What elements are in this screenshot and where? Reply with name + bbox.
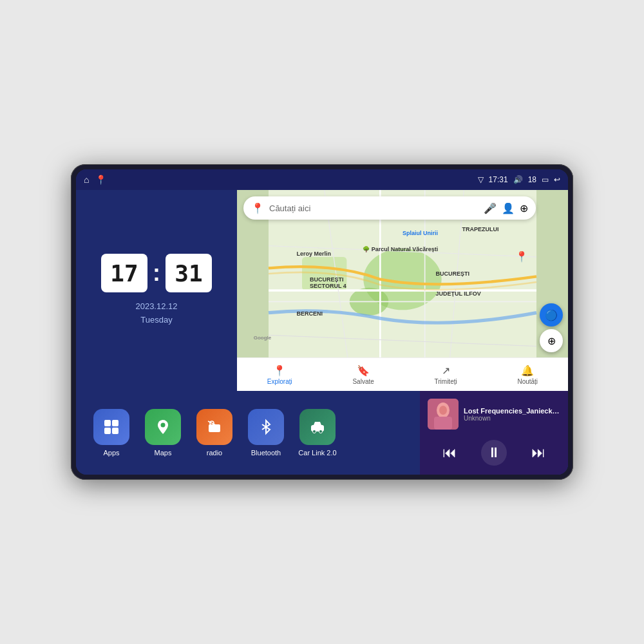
map-layers-icon[interactable]: ⊕: [520, 202, 528, 214]
svg-point-28: [439, 406, 447, 415]
app-item-maps[interactable]: Maps: [140, 409, 185, 457]
apps-label: Apps: [103, 449, 119, 457]
music-next-button[interactable]: ⏭: [526, 440, 551, 466]
music-play-button[interactable]: ⏸: [481, 440, 507, 466]
maps-app-icon: [145, 409, 181, 445]
home-icon[interactable]: ⌂: [84, 175, 89, 185]
svg-rect-14: [104, 428, 111, 434]
clock-display: 17 : 31: [101, 254, 212, 292]
clock-date-line2: Tuesday: [135, 314, 177, 327]
music-thumbnail: [428, 399, 459, 430]
clock-minutes: 31: [166, 254, 212, 292]
apps-icon: [93, 409, 129, 445]
map-search-bar[interactable]: 📍 Căutați aici 🎤 👤 ⊕: [243, 196, 536, 220]
status-time: 17:31: [489, 175, 508, 184]
carlink-app-icon: [299, 409, 336, 445]
clock-date: 2023.12.12 Tuesday: [135, 300, 177, 327]
maps-icon[interactable]: 📍: [95, 175, 106, 185]
svg-text:FM: FM: [211, 428, 218, 432]
battery-level: 18: [528, 175, 536, 184]
music-prev-button[interactable]: ⏮: [437, 440, 462, 466]
locate-button[interactable]: 🔵: [540, 303, 563, 327]
status-bar: ⌂ 📍 ▽ 17:31 🔊 18 ▭ ↩: [76, 169, 568, 190]
music-title: Lost Frequencies_Janieck Devy-...: [464, 407, 560, 415]
maps-label: Maps: [155, 449, 172, 457]
clock-panel: 17 : 31 2023.12.12 Tuesday: [76, 190, 237, 391]
app-item-radio[interactable]: FM radio: [192, 409, 237, 457]
radio-label: radio: [207, 449, 222, 457]
clock-hours: 17: [101, 254, 147, 292]
map-mic-icon[interactable]: 🎤: [484, 202, 497, 214]
map-nav-send[interactable]: ↗ Trimiteți: [435, 365, 457, 385]
music-info: Lost Frequencies_Janieck Devy-... Unknow…: [428, 399, 560, 430]
bluetooth-app-icon: [248, 409, 284, 445]
svg-rect-29: [434, 417, 452, 430]
map-nav-explore[interactable]: 📍 Explorați: [267, 365, 292, 385]
compass-button[interactable]: ⊕: [540, 329, 563, 352]
carlink-label: Car Link 2.0: [298, 449, 336, 457]
svg-point-25: [319, 430, 323, 433]
bottom-section: Apps Maps: [76, 391, 568, 475]
apps-row: Apps Maps: [76, 391, 420, 475]
top-section: 17 : 31 2023.12.12 Tuesday: [76, 190, 568, 391]
music-artist: Unknown: [464, 415, 560, 422]
map-panel[interactable]: TRAPEZULUI BUCUREȘTI JUDEȚUL ILFOV BERCE…: [237, 190, 568, 391]
back-icon[interactable]: ↩: [554, 175, 560, 184]
music-controls: ⏮ ⏸ ⏭: [428, 435, 560, 471]
radio-app-icon: FM: [196, 409, 232, 445]
clock-colon: :: [153, 260, 160, 287]
status-left-icons: ⌂ 📍: [84, 175, 106, 185]
main-content: 17 : 31 2023.12.12 Tuesday: [76, 190, 568, 475]
app-item-apps[interactable]: Apps: [89, 409, 134, 457]
map-account-icon[interactable]: 👤: [502, 202, 515, 214]
app-item-bluetooth[interactable]: Bluetooth: [243, 409, 289, 457]
map-pin-red: 📍: [515, 251, 528, 263]
map-nav-saved[interactable]: 🔖 Salvate: [352, 365, 374, 385]
status-right-info: ▽ 17:31 🔊 18 ▭ ↩: [478, 175, 560, 184]
map-bottom-nav: 📍 Explorați 🔖 Salvate ↗ Trimiteți 🔔: [237, 357, 568, 391]
screen: ⌂ 📍 ▽ 17:31 🔊 18 ▭ ↩ 17 :: [76, 169, 568, 475]
app-item-carlink[interactable]: Car Link 2.0: [295, 409, 340, 457]
map-nav-explore-label: Explorați: [267, 378, 292, 385]
svg-rect-13: [112, 420, 118, 426]
signal-icon: ▽: [478, 175, 484, 184]
svg-rect-12: [104, 420, 111, 426]
clock-date-line1: 2023.12.12: [135, 300, 177, 314]
volume-icon: 🔊: [513, 175, 523, 184]
music-panel: Lost Frequencies_Janieck Devy-... Unknow…: [420, 391, 568, 475]
map-nav-news[interactable]: 🔔 Noutăți: [517, 365, 538, 385]
music-text: Lost Frequencies_Janieck Devy-... Unknow…: [464, 407, 560, 422]
map-search-icons: 🎤 👤 ⊕: [484, 202, 528, 214]
map-nav-saved-label: Salvate: [352, 378, 374, 385]
map-search-text[interactable]: Căutați aici: [269, 204, 478, 213]
send-icon: ↗: [442, 365, 450, 377]
bluetooth-label: Bluetooth: [251, 449, 281, 457]
car-display-unit: ⌂ 📍 ▽ 17:31 🔊 18 ▭ ↩ 17 :: [71, 164, 573, 480]
svg-point-16: [161, 423, 166, 428]
map-nav-send-label: Trimiteți: [435, 378, 457, 385]
saved-icon: 🔖: [357, 365, 370, 377]
map-search-icon: 📍: [251, 202, 264, 214]
explore-icon: 📍: [273, 365, 286, 377]
news-icon: 🔔: [521, 365, 534, 377]
battery-icon: ▭: [542, 175, 549, 184]
svg-point-24: [313, 430, 316, 433]
map-nav-news-label: Noutăți: [517, 378, 538, 385]
svg-rect-15: [112, 428, 118, 434]
